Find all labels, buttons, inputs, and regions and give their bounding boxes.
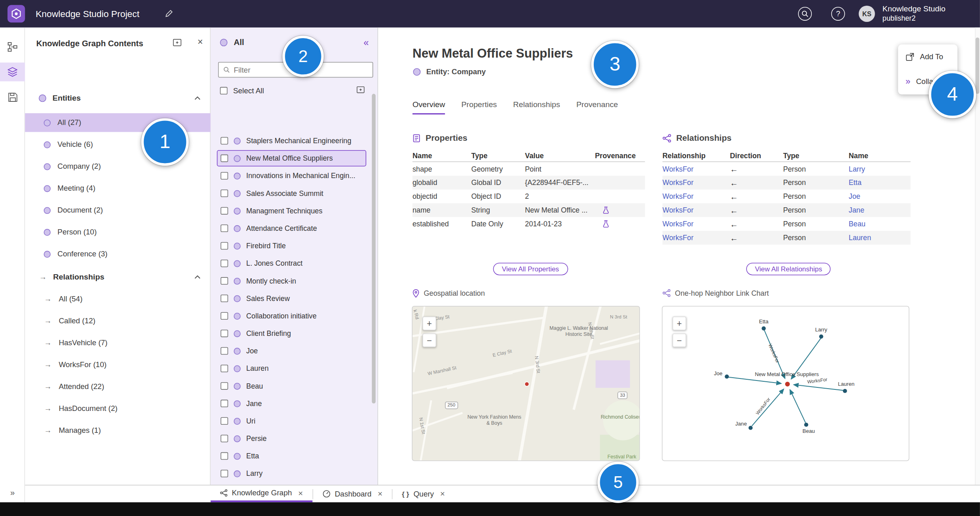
node-lauren[interactable] xyxy=(843,389,847,393)
save-icon[interactable] xyxy=(0,88,25,106)
list-item[interactable]: Persie xyxy=(217,430,366,447)
sidebar-item-hasdocument[interactable]: → HasDocument (2) xyxy=(25,399,211,418)
checkbox[interactable] xyxy=(220,155,228,162)
map[interactable]: + − Maggie L. Walker National Historic S… xyxy=(412,306,640,461)
entity-link[interactable]: Lauren xyxy=(849,234,911,242)
sidebar-item-manages[interactable]: → Manages (1) xyxy=(25,421,211,440)
add-to-button[interactable]: Add To xyxy=(905,53,943,62)
list-item[interactable]: Montly check-in xyxy=(217,273,366,289)
checkbox[interactable] xyxy=(220,312,228,320)
sidebar-item-hasvehicle[interactable]: → HasVehicle (7) xyxy=(25,333,211,352)
relationship-link[interactable]: WorksFor xyxy=(663,234,730,242)
list-item[interactable]: Attendance Certificate xyxy=(217,220,366,236)
entity-link[interactable]: Beau xyxy=(849,220,911,228)
entity-link[interactable]: Jane xyxy=(849,206,911,214)
tab-relationships[interactable]: Relationships xyxy=(513,100,560,114)
list-item[interactable]: Collaboration initiative xyxy=(217,308,366,324)
chart-zoom-out-button[interactable]: − xyxy=(672,333,686,347)
map-zoom-in-button[interactable]: + xyxy=(422,316,436,330)
chevron-up-icon[interactable] xyxy=(195,96,201,100)
list-item[interactable]: L. Jones Contract xyxy=(217,255,366,271)
checkbox[interactable] xyxy=(220,435,228,443)
close-icon[interactable]: × xyxy=(197,36,203,47)
sidebar-item-attended[interactable]: → Attended (22) xyxy=(25,377,211,396)
tab-provenance[interactable]: Provenance xyxy=(576,100,618,114)
tab-dashboard[interactable]: Dashboard × xyxy=(313,486,392,503)
scrollbar-thumb[interactable] xyxy=(372,94,375,403)
list-item[interactable]: Larry xyxy=(217,465,366,482)
view-all-relationships-button[interactable]: View All Relationships xyxy=(746,263,831,275)
tab-knowledge-graph[interactable]: Knowledge Graph × xyxy=(211,486,312,503)
checkbox[interactable] xyxy=(220,382,228,390)
list-item[interactable]: Managment Techniques xyxy=(217,203,366,219)
list-item[interactable]: Innovations in Mechanical Engin... xyxy=(217,168,366,184)
list-item[interactable]: Firebird Title xyxy=(217,238,366,254)
entity-link[interactable]: Larry xyxy=(849,165,911,173)
entities-section-header[interactable]: Entities xyxy=(25,90,211,106)
view-all-properties-button[interactable]: View All Properties xyxy=(493,263,568,275)
relationship-link[interactable]: WorksFor xyxy=(663,206,730,214)
close-tab-icon[interactable]: × xyxy=(298,488,303,498)
select-all-row[interactable]: Select All xyxy=(220,86,264,95)
sidebar-item-person[interactable]: Person (10) xyxy=(25,223,211,241)
entity-link[interactable]: Joe xyxy=(849,193,911,200)
checkbox[interactable] xyxy=(220,137,228,145)
tab-query[interactable]: { } Query × xyxy=(392,486,454,503)
close-tab-icon[interactable]: × xyxy=(440,489,445,499)
entity-link[interactable]: Etta xyxy=(849,179,911,187)
provenance-icon[interactable] xyxy=(595,206,645,214)
sidebar-item-called[interactable]: → Called (12) xyxy=(25,312,211,330)
sidebar-item-rel-all[interactable]: → All (54) xyxy=(25,290,211,308)
node-beau[interactable] xyxy=(804,423,808,427)
checkbox[interactable] xyxy=(220,172,228,180)
list-item[interactable]: Jane xyxy=(217,396,366,412)
list-item[interactable]: Uri xyxy=(217,413,366,429)
sidebar-item-worksfor[interactable]: → WorksFor (10) xyxy=(25,355,211,374)
checkbox[interactable] xyxy=(220,347,228,355)
app-logo-icon[interactable] xyxy=(8,5,25,22)
add-card-icon[interactable] xyxy=(173,38,182,47)
add-card-icon[interactable] xyxy=(356,85,365,94)
node-center[interactable] xyxy=(785,382,790,387)
sidebar-item-conference[interactable]: Conference (3) xyxy=(25,245,211,263)
checkbox[interactable] xyxy=(220,417,228,425)
node-larry[interactable] xyxy=(819,335,823,339)
provenance-icon[interactable] xyxy=(595,220,645,228)
list-item[interactable]: Etta xyxy=(217,448,366,464)
node-joe[interactable] xyxy=(725,374,729,378)
list-item[interactable]: Sales Review xyxy=(217,290,366,306)
tab-properties[interactable]: Properties xyxy=(461,100,497,114)
node-jane[interactable] xyxy=(749,426,753,430)
node-etta[interactable] xyxy=(762,326,766,330)
checkbox[interactable] xyxy=(220,330,228,338)
checkbox[interactable] xyxy=(220,260,228,267)
chevron-up-icon[interactable] xyxy=(195,275,201,279)
collapse-button[interactable]: » Colla xyxy=(905,76,933,86)
link-chart[interactable]: + − xyxy=(662,306,909,461)
checkbox[interactable] xyxy=(220,470,228,477)
layers-icon[interactable] xyxy=(0,62,25,81)
map-zoom-out-button[interactable]: − xyxy=(422,333,436,347)
checkbox[interactable] xyxy=(220,452,228,460)
list-item[interactable]: Sales Associate Summit xyxy=(217,185,366,201)
list-item-selected[interactable]: New Metal Office Suppliers xyxy=(217,150,366,166)
collapse-panel-icon[interactable]: « xyxy=(364,37,369,47)
help-icon[interactable]: ? xyxy=(831,7,845,21)
checkbox[interactable] xyxy=(220,225,228,232)
search-icon[interactable] xyxy=(798,7,812,21)
edit-title-icon[interactable] xyxy=(165,9,173,17)
expand-rail-icon[interactable]: » xyxy=(0,488,25,497)
list-item[interactable]: Client Briefing xyxy=(217,325,366,342)
list-item[interactable]: Staplers Mechanical Engineering xyxy=(217,133,366,149)
list-item[interactable]: Beau xyxy=(217,378,366,394)
checkbox[interactable] xyxy=(220,365,228,372)
relationship-link[interactable]: WorksFor xyxy=(663,165,730,173)
checkbox[interactable] xyxy=(220,207,228,215)
relationship-link[interactable]: WorksFor xyxy=(663,179,730,187)
select-all-checkbox[interactable] xyxy=(220,87,228,95)
chart-zoom-in-button[interactable]: + xyxy=(672,316,686,330)
scrollbar-thumb[interactable] xyxy=(976,38,979,94)
checkbox[interactable] xyxy=(220,400,228,407)
tab-overview[interactable]: Overview xyxy=(413,100,445,114)
checkbox[interactable] xyxy=(220,277,228,285)
